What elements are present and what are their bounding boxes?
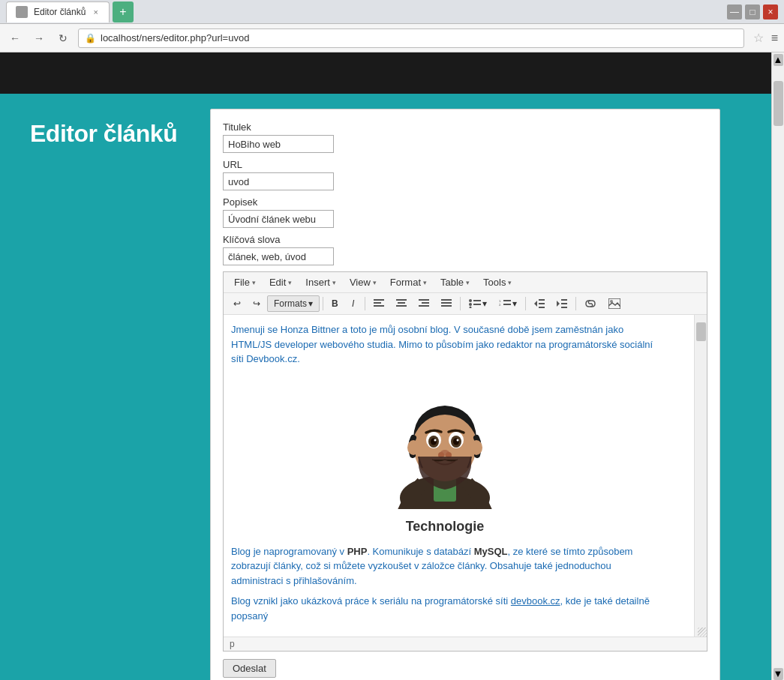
align-right-button[interactable] [413,296,434,311]
svg-point-12 [469,299,472,302]
browser-scrollbar[interactable]: ▲ ▼ [771,52,784,680]
editor-toolbar: ↩ ↪ Formats ▾ B I [224,293,707,315]
minimize-button[interactable]: — [727,4,742,19]
editor-editable-area[interactable]: Jmenuji se Honza Bittner a toto je můj o… [224,315,694,637]
section-title: Technologie [231,517,659,537]
numbered-list-button[interactable]: 1.2. ▾ [494,295,522,312]
redo-button[interactable]: ↪ [248,295,266,312]
scroll-up-arrow[interactable]: ▲ [773,54,783,66]
keywords-label: Klíčová slova [223,234,707,245]
menu-insert-arrow: ▾ [332,279,336,286]
address-input[interactable]: 🔒 localhost/ners/editor.php?url=uvod [78,28,744,48]
description-input[interactable] [223,210,334,228]
menu-format[interactable]: Format ▾ [384,274,433,290]
menu-file[interactable]: File ▾ [228,274,262,290]
browser-window: Editor článků × + — □ × ← → ↻ 🔒 localhos… [0,0,784,680]
bullet-list-arrow: ▾ [482,298,487,309]
align-justify-button[interactable] [436,296,457,311]
menu-view-label: View [350,277,371,288]
forward-button[interactable]: → [30,29,48,47]
browser-tab[interactable]: Editor článků × [6,1,110,22]
svg-point-45 [457,439,459,441]
back-button[interactable]: ← [6,29,24,47]
top-nav-bar [0,52,771,94]
devbook-link[interactable]: devbook.cz [511,595,560,607]
editor-scrollbar[interactable] [694,315,707,637]
avatar-image [381,374,509,509]
numbered-list-arrow: ▾ [512,298,517,309]
tinymce-editor: File ▾ Edit ▾ Insert ▾ [223,271,707,652]
editor-resize-handle[interactable] [698,628,707,637]
svg-text:2.: 2. [499,303,501,307]
browser-body: Editor článků Titulek document.querySele… [0,52,784,680]
maximize-button[interactable]: □ [745,4,760,19]
php-bold: PHP [347,546,368,557]
menu-insert[interactable]: Insert ▾ [299,274,342,290]
svg-rect-2 [374,305,384,307]
image-button[interactable] [603,295,626,312]
window-controls: — □ × [727,4,778,19]
svg-rect-0 [374,299,384,301]
indent-increase-button[interactable] [551,296,572,311]
undo-button[interactable]: ↩ [228,295,246,312]
link-button[interactable] [579,296,602,311]
description-label: Popisek [223,196,707,208]
page-background: Editor článků Titulek document.querySele… [0,52,771,680]
body-text-1: Blog je naprogramovaný v PHP. Komunikuje… [231,544,659,589]
menu-tools-arrow: ▾ [508,279,512,286]
editor-text-area: Jmenuji se Honza Bittner a toto je můj o… [231,322,675,623]
new-tab-button[interactable]: + [113,1,134,22]
menu-table[interactable]: Table ▾ [434,274,476,290]
tab-close-button[interactable]: × [92,7,99,16]
svg-rect-28 [561,307,567,308]
browser-scrollbar-thumb[interactable] [773,81,783,126]
svg-rect-8 [419,305,429,307]
svg-rect-5 [396,305,407,307]
svg-rect-23 [539,303,545,304]
reload-button[interactable]: ↻ [54,29,72,47]
svg-rect-11 [441,305,452,307]
title-input[interactable] [223,135,334,153]
svg-point-37 [470,440,482,455]
indent-decrease-button[interactable] [529,296,550,311]
toolbar-separator-3 [460,297,461,310]
toolbar-separator-1 [323,297,323,310]
formats-dropdown[interactable]: Formats ▾ [267,295,320,312]
svg-marker-21 [534,301,537,307]
formats-arrow: ▾ [308,298,313,309]
keywords-input[interactable] [223,247,334,265]
avatar-container [231,374,659,509]
address-text: localhost/ners/editor.php?url=uvod [101,32,249,43]
editor-content-wrapper: Jmenuji se Honza Bittner a toto je můj o… [224,315,707,637]
editor-scrollbar-thumb[interactable] [696,322,706,341]
bullet-list-button[interactable]: ▾ [464,295,492,312]
bold-button[interactable]: B [326,295,344,312]
editor-menu-bar: File ▾ Edit ▾ Insert ▾ [224,272,707,293]
editor-panel: Titulek document.querySelector('[data-na… [210,109,720,680]
menu-file-arrow: ▾ [252,279,256,286]
menu-tools[interactable]: Tools ▾ [477,274,518,290]
align-left-button[interactable] [368,296,389,311]
url-input[interactable] [223,172,334,190]
mysql-bold: MySQL [474,546,508,557]
formats-label: Formats [274,298,307,309]
body-text-2: Blog vznikl jako ukázková práce k seriál… [231,594,659,623]
address-bar-row: ← → ↻ 🔒 localhost/ners/editor.php?url=uv… [0,24,784,52]
close-button[interactable]: × [763,4,778,19]
submit-button[interactable]: Odeslat [223,659,276,678]
align-center-button[interactable] [391,296,412,311]
svg-point-44 [434,439,437,441]
menu-edit[interactable]: Edit ▾ [263,274,298,290]
menu-insert-label: Insert [305,277,330,288]
browser-menu-button[interactable]: ≡ [771,31,778,45]
tab-favicon [16,6,28,18]
svg-rect-22 [539,299,545,301]
page-content: Editor článků Titulek document.querySele… [0,52,771,680]
menu-view[interactable]: View ▾ [344,274,383,290]
title-label: Titulek [223,121,707,133]
scroll-down-arrow[interactable]: ▼ [773,668,783,680]
menu-table-label: Table [440,277,464,288]
italic-button[interactable]: I [345,295,362,312]
bookmark-button[interactable]: ☆ [753,31,764,45]
svg-point-36 [407,440,419,455]
